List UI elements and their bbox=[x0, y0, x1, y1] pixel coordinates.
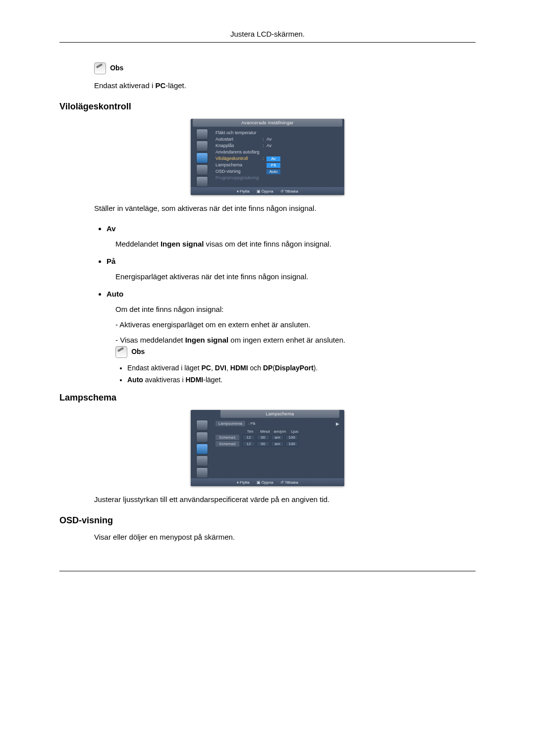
lamp-row1-tag[interactable]: Schema1 bbox=[215, 435, 239, 440]
lamp-top-val: : På bbox=[248, 421, 278, 426]
arrow-right-icon[interactable]: ▶ bbox=[336, 421, 339, 426]
opt-auto-l2-prefix: - Visas meddelandet bbox=[115, 336, 185, 344]
osd-tab-icon[interactable] bbox=[196, 141, 208, 151]
sleep-options-list: Av Meddelandet Ingen signal visas om det… bbox=[94, 224, 476, 384]
osd2-title: Lampschema bbox=[220, 410, 339, 418]
return-icon: ↺ bbox=[280, 189, 284, 194]
osd-tab-icon[interactable] bbox=[196, 129, 208, 140]
move-icon: ♦ bbox=[237, 480, 239, 485]
sn2-b2: HDMI bbox=[185, 376, 203, 384]
section-sleep-heading: Vilolägeskontroll bbox=[59, 101, 476, 112]
osd-tab-icon[interactable] bbox=[196, 467, 208, 478]
sleep-intro: Ställer in vänteläge, som aktiveras när … bbox=[94, 204, 476, 212]
val-osdview[interactable]: Auto bbox=[267, 169, 280, 174]
sn1-b4: DP bbox=[263, 364, 272, 372]
osd2-footer: ♦Flytta ▣Öppna ↺Tillbaka bbox=[191, 478, 344, 486]
lamp-r1-v1[interactable]: 12 bbox=[242, 435, 255, 440]
sn2-m2: -läget. bbox=[203, 376, 222, 384]
row-fan[interactable]: Fläkt och temperatur bbox=[215, 130, 263, 136]
row-keylock[interactable]: Knapplås bbox=[215, 143, 263, 149]
sn1-b5: DisplayPort bbox=[275, 364, 314, 372]
osd1-footer: ♦Flytta ▣Öppna ↺Tillbaka bbox=[191, 187, 344, 195]
note1-text-bold: PC bbox=[155, 81, 165, 90]
val-lamp[interactable]: På bbox=[267, 163, 280, 168]
subnote1: Endast aktiverad i läget PC, DVI, HDMI o… bbox=[127, 364, 476, 372]
lamp-row2-tag[interactable]: Schema2 bbox=[215, 441, 239, 447]
row-osdview[interactable]: OSD-visning bbox=[215, 168, 263, 175]
osd-tab-icon[interactable] bbox=[196, 420, 208, 431]
sn1-m3: och bbox=[248, 364, 263, 372]
opt-av-suffix: visas om det inte finns någon insignal. bbox=[204, 240, 331, 248]
lamp-h4: Ljus bbox=[287, 429, 302, 434]
row-sleep[interactable]: Vilolägeskontroll bbox=[215, 155, 263, 162]
footer-rule bbox=[59, 571, 476, 571]
enter-icon: ▣ bbox=[257, 480, 261, 485]
osd-tab-icon[interactable] bbox=[196, 152, 208, 163]
lamp-r2-v2[interactable]: 00 bbox=[257, 441, 269, 447]
sn1-b1: PC bbox=[201, 364, 211, 372]
osd-tab-icon[interactable] bbox=[196, 432, 208, 443]
page-header: Justera LCD-skärmen. bbox=[59, 30, 476, 38]
enter-icon: ▣ bbox=[257, 189, 261, 194]
osd-lamp-schema: Lampschema Lampschema : På ▶ T bbox=[191, 410, 344, 486]
osd-advanced-settings: Avancerade inställningar Fläkt och tempe… bbox=[191, 119, 344, 195]
lamp-r2-v1[interactable]: 12 bbox=[242, 441, 255, 447]
lamp-top-label[interactable]: Lampschema bbox=[215, 421, 245, 426]
val-keylock: Av bbox=[267, 143, 271, 149]
lamp-desc: Justerar ljusstyrkan till ett användarsp… bbox=[94, 495, 476, 504]
opt-av-prefix: Meddelandet bbox=[115, 240, 160, 248]
osd2-left-icons bbox=[191, 418, 214, 478]
sn1-b2: DVI bbox=[215, 364, 226, 372]
opt-pa-desc: Energisparläget aktiveras när det inte f… bbox=[115, 272, 476, 281]
row-usercolor[interactable]: Användarens autofärg bbox=[215, 149, 263, 155]
footer-open: Öppna bbox=[262, 189, 273, 194]
footer-back: Tillbaka bbox=[285, 189, 298, 194]
footer-move: Flytta bbox=[240, 480, 250, 485]
lamp-r1-v2[interactable]: 00 bbox=[257, 435, 269, 440]
osd1-left-icons bbox=[191, 127, 214, 187]
sn1-m5: ). bbox=[314, 364, 318, 372]
opt-av-label: Av bbox=[107, 224, 116, 233]
note1-text-suffix: -läget. bbox=[165, 81, 186, 90]
sn1-prefix: Endast aktiverad i läget bbox=[127, 364, 201, 372]
sn2-m1: avaktiveras i bbox=[143, 376, 186, 384]
opt-auto-intro: Om det inte finns någon insignal: bbox=[115, 305, 476, 313]
note-block-1: Obs Endast aktiverad i PC-läget. bbox=[94, 62, 476, 90]
osd-tab-icon[interactable] bbox=[196, 455, 208, 466]
lamp-r1-v3[interactable]: am bbox=[271, 435, 284, 440]
header-rule bbox=[59, 42, 476, 43]
lamp-r1-v4[interactable]: 100 bbox=[285, 435, 298, 440]
lamp-r2-v4[interactable]: 100 bbox=[285, 441, 298, 447]
section-osd-heading: OSD-visning bbox=[59, 515, 476, 526]
sn2-b1: Auto bbox=[127, 376, 143, 384]
lamp-r2-v3[interactable]: am bbox=[271, 441, 284, 447]
val-autostart: Av bbox=[267, 136, 271, 143]
opt-auto-l2-bold: Ingen signal bbox=[185, 336, 229, 344]
sn1-b3: HDMI bbox=[230, 364, 248, 372]
footer-open: Öppna bbox=[262, 480, 273, 485]
footer-move: Flytta bbox=[240, 189, 250, 194]
row-upgrade: Programuppgradering bbox=[215, 175, 263, 181]
row-lamp[interactable]: Lampschema bbox=[215, 162, 263, 168]
move-icon: ♦ bbox=[237, 189, 239, 194]
pencil-note-icon bbox=[94, 62, 106, 74]
osd1-right-list: Fläkt och temperatur Autostart:Av Knappl… bbox=[214, 127, 344, 187]
note-label: Obs bbox=[110, 64, 123, 72]
section-lamp-heading: Lampschema bbox=[59, 393, 476, 403]
opt-auto-l2-suffix: om ingen extern enhet är ansluten. bbox=[228, 336, 345, 344]
osd-tab-icon[interactable] bbox=[196, 176, 208, 187]
val-sleep[interactable]: Av bbox=[267, 156, 280, 161]
note1-text-prefix: Endast aktiverad i bbox=[94, 81, 155, 90]
osd1-title: Avancerade inställningar bbox=[193, 119, 342, 127]
note-label: Obs bbox=[131, 348, 145, 355]
opt-pa-label: På bbox=[107, 257, 115, 265]
opt-auto-l1: - Aktiveras energisparläget om en extern… bbox=[115, 320, 476, 329]
osd-tab-icon[interactable] bbox=[196, 164, 208, 175]
lamp-h3: am/pm bbox=[272, 429, 287, 434]
row-autostart[interactable]: Autostart bbox=[215, 136, 263, 143]
return-icon: ↺ bbox=[280, 480, 284, 485]
lamp-h1: Tim bbox=[243, 429, 258, 434]
osd-tab-icon[interactable] bbox=[196, 444, 208, 454]
opt-av-bold: Ingen signal bbox=[160, 240, 204, 248]
footer-back: Tillbaka bbox=[285, 480, 298, 485]
